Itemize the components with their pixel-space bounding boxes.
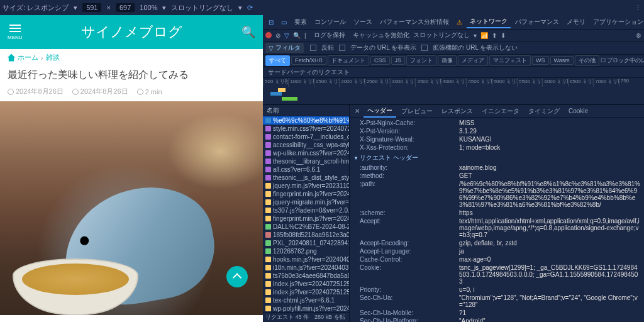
zoom-select[interactable]: 100% <box>140 4 157 11</box>
throttle-select[interactable]: スロットリングなし <box>413 31 470 40</box>
request-row[interactable]: PXL_20240811_074228941-wpp... <box>263 239 349 247</box>
img-icon <box>265 224 271 230</box>
request-row[interactable]: hooks.min.js?fver=2024040312... <box>263 255 349 264</box>
tab-response[interactable]: レスポンス <box>438 106 477 117</box>
wifi-icon[interactable]: 📶 <box>480 32 488 39</box>
request-row[interactable]: 120268762.png <box>263 247 349 255</box>
chip-CSS[interactable]: CSS <box>370 56 390 65</box>
request-details: ✕ ヘッダー プレビュー レスポンス イニシエータ タイミング Cookie X… <box>350 105 644 322</box>
request-row[interactable]: DALL%C2%B7E-2024-08-26-14-... <box>263 223 349 231</box>
request-row[interactable]: contact-form-7__includes_css_... <box>263 133 349 141</box>
menu-button[interactable]: MENU <box>8 25 23 40</box>
site-title[interactable]: サイノメブログ <box>81 23 182 42</box>
upload-icon[interactable]: ⬆ <box>492 32 497 39</box>
js-icon <box>265 281 271 287</box>
chip-ドキュメント[interactable]: ドキュメント <box>328 55 369 66</box>
settings-icon[interactable]: ⚙ <box>636 32 641 39</box>
request-row[interactable]: style.min.css?fver=20240724125... <box>263 125 349 133</box>
request-row[interactable]: wp-polyfill.min.js?fver=20240814... <box>263 304 349 312</box>
css-icon <box>265 126 271 131</box>
clear-button[interactable]: ⊘ <box>275 32 280 39</box>
chip-画像[interactable]: 画像 <box>438 55 457 66</box>
hero-image <box>0 101 263 315</box>
request-row[interactable]: fingerprint.min.js?fver=2024081... <box>263 190 349 198</box>
chip-すべて[interactable]: すべて <box>265 55 290 66</box>
request-row[interactable]: ts75b0e3c4aee6847bda5a036ab... <box>263 272 349 280</box>
request-row[interactable]: %e6%9c%80%e8%bf%91%e8%... <box>263 116 349 125</box>
size-label[interactable]: サイズ: レスポンシブ <box>3 3 69 13</box>
invert-checkbox[interactable] <box>310 45 316 51</box>
tab-preview[interactable]: プレビュー <box>397 106 436 117</box>
request-headers-section[interactable]: リクエスト ヘッダー <box>353 152 640 164</box>
chip-Wasm[interactable]: Wasm <box>550 56 574 65</box>
devtools-panel: ⊡ ▭ 要素 コンソール ソース パフォーマンス分析情報 ⚠ ネットワーク パフ… <box>263 15 644 322</box>
download-icon[interactable]: ⬇ <box>501 32 506 39</box>
request-row[interactable]: tex-chtml.js?ver=6.6.1 <box>263 296 349 304</box>
request-row[interactable]: thesonic__library_scroll-hint_cs... <box>263 157 349 165</box>
css-icon <box>265 150 271 156</box>
js-icon <box>265 257 271 262</box>
font-icon <box>265 232 271 238</box>
chip-その他[interactable]: その他 <box>575 55 599 66</box>
tab-headers[interactable]: ヘッダー <box>364 105 396 118</box>
chip-WS[interactable]: WS <box>532 56 549 65</box>
breadcrumb-home[interactable]: ホーム <box>18 53 38 62</box>
request-row[interactable]: jquery.min.js?fver=2023110806... <box>263 182 349 190</box>
request-list: 名前 %e6%9c%80%e8%bf%91%e8%...style.min.cs… <box>263 105 350 322</box>
search-icon[interactable]: 🔍 <box>242 25 255 39</box>
timer-icon <box>137 89 143 95</box>
hide-exturl-checkbox[interactable] <box>421 45 428 51</box>
js-icon <box>265 289 271 295</box>
tab-timing[interactable]: タイミング <box>525 106 564 117</box>
tab-initiator[interactable]: イニシエータ <box>478 106 523 117</box>
insights-warn-icon: ⚠ <box>453 18 465 27</box>
request-row[interactable]: 185fb08fd5218aa9612e3a0fb38d... <box>263 231 349 239</box>
chip-メディア[interactable]: メディア <box>458 55 488 66</box>
breadcrumb-category[interactable]: 雑談 <box>46 53 60 62</box>
request-row[interactable]: thesonic__js_dist_style_style-c... <box>263 174 349 182</box>
js-icon <box>265 208 271 213</box>
network-toolbar: ⊘ ▽ 🔍 | ログを保持 キャッシュを無効化 スロットリングなし▾ 📶 ⬆ ⬇… <box>263 29 644 42</box>
device-icon[interactable]: ▭ <box>278 18 290 27</box>
tab-console[interactable]: コンソール <box>311 16 349 28</box>
more-icon[interactable]: ⋮ <box>635 4 641 12</box>
throttle-select[interactable]: スロットリングなし <box>171 3 233 13</box>
request-row[interactable]: index.js?fver=20240725125626 <box>263 288 349 296</box>
request-row[interactable]: index.js?fver=20240725125626 <box>263 280 349 288</box>
home-icon[interactable] <box>8 54 15 62</box>
timeline-overview[interactable]: 500 ミリ秒1000 ミリ秒1500 ミリ秒2000 ミリ秒2500 ミリ秒3… <box>263 78 644 104</box>
request-row[interactable]: ts307.js?fadein=0&ver=2.0.4 <box>263 206 349 214</box>
chip-マニフェスト[interactable]: マニフェスト <box>489 55 531 66</box>
request-row[interactable]: accessibility__css_wpa-style-css... <box>263 141 349 149</box>
request-row[interactable]: i18n.min.js?fver=2024040312561... <box>263 264 349 272</box>
tab-sources[interactable]: ソース <box>350 16 375 28</box>
filter-input[interactable]: ▽フィルタ <box>265 43 304 53</box>
request-summary: リクエスト 45 件 280 kB を転送しました <box>263 312 349 322</box>
close-icon[interactable]: ✕ <box>352 108 362 114</box>
tab-perf-insights[interactable]: パフォーマンス分析情報 <box>377 16 452 28</box>
tab-memory[interactable]: メモリ <box>564 16 589 28</box>
post-meta: 2024年8月26日 2024年8月26日 2 min <box>0 87 263 101</box>
request-row[interactable]: fingerprint.min.js?fver=2024081... <box>263 214 349 223</box>
rotate-icon[interactable]: ⟳ <box>247 4 253 12</box>
chip-Fetch/XHR[interactable]: Fetch/XHR <box>291 56 326 65</box>
record-button[interactable] <box>265 32 272 38</box>
chip-フォント[interactable]: フォント <box>406 55 436 66</box>
width-input[interactable]: 591 <box>82 3 101 12</box>
tab-elements[interactable]: 要素 <box>291 16 310 28</box>
tab-application[interactable]: アプリケーション <box>590 16 644 28</box>
tab-cookies[interactable]: Cookie <box>565 106 592 116</box>
chip-JS[interactable]: JS <box>391 56 406 65</box>
request-row[interactable]: jquery-migrate.min.js?fver=202... <box>263 198 349 206</box>
hide-dataurl-checkbox[interactable] <box>339 45 345 51</box>
tab-network[interactable]: ネットワーク <box>467 16 511 28</box>
tab-performance[interactable]: パフォーマンス <box>512 16 562 28</box>
filter-toggle-icon[interactable]: ▽ <box>284 32 289 39</box>
scroll-top-button[interactable] <box>226 266 248 287</box>
height-input[interactable]: 697 <box>116 3 135 12</box>
request-row[interactable]: all.css?ver=6.6.1 <box>263 165 349 174</box>
request-row[interactable]: wp-ulike.min.css?fver=2024081... <box>263 149 349 157</box>
search-icon[interactable]: 🔍 <box>293 32 301 39</box>
name-column-header[interactable]: 名前 <box>263 105 349 116</box>
inspect-icon[interactable]: ⊡ <box>265 18 277 27</box>
